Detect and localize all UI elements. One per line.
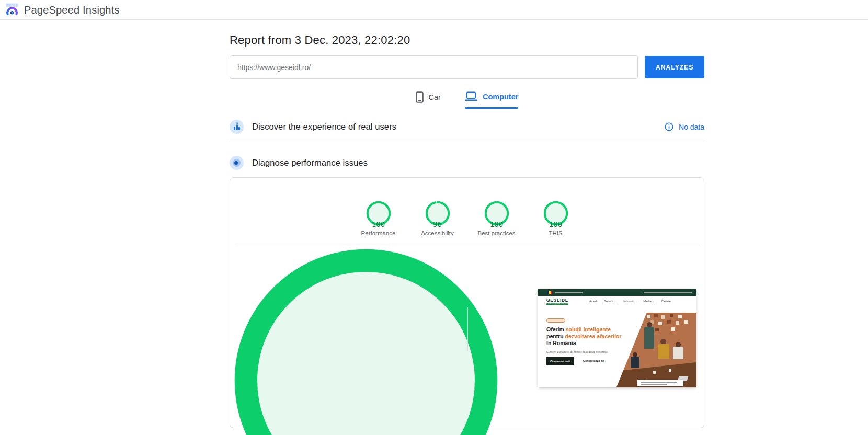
score-label: THIS	[549, 230, 562, 236]
laptop-icon	[465, 91, 477, 101]
url-input[interactable]	[230, 55, 638, 79]
diagnostics-title: Diagnose performance issues	[252, 158, 368, 168]
site-hero-badge	[546, 318, 565, 323]
site-hero-photo	[616, 313, 696, 387]
site-toplinks-placeholder	[644, 292, 692, 293]
score-label: Best practices	[477, 230, 515, 236]
site-subtext: Suntem o afacere de familie la a doua ge…	[546, 350, 609, 353]
site-phone-placeholder	[555, 292, 583, 293]
phone-icon	[416, 91, 424, 103]
report-heading: Report from 3 Dec. 2023, 22:02:20	[230, 33, 704, 47]
site-cta-button: Citește mai mult	[546, 357, 574, 365]
field-data-title: Discover the experience of real users	[252, 122, 396, 132]
score-summary: 100 Performance 96 Accessibility	[230, 200, 704, 227]
performance-section: 100 Performance Values are estimates and…	[230, 245, 502, 435]
romania-flag-icon	[547, 291, 552, 294]
score-label: Accessibility	[421, 230, 454, 236]
site-nav-item: Acasă	[589, 300, 597, 303]
site-cookie-bar	[637, 380, 683, 386]
accessibility-gauge: 96	[425, 220, 450, 228]
main-column: Report from 3 Dec. 2023, 22:02:20 ANALYZ…	[230, 33, 704, 428]
no-data-link[interactable]: No data	[679, 123, 704, 131]
app-title: PageSpeed Insights	[24, 0, 120, 20]
best-practices-gauge: 100	[484, 220, 509, 228]
tab-mobile[interactable]: Car	[416, 91, 441, 109]
device-tabs: Car Computer	[230, 91, 704, 109]
site-hero: Oferim soluții inteligente pentru dezvol…	[538, 307, 696, 387]
pagespeed-logo-icon	[5, 3, 19, 17]
site-nav-item: Media ⌄	[644, 300, 655, 303]
app-header: PageSpeed Insights	[0, 0, 868, 20]
diagnose-icon	[230, 156, 244, 170]
score-seo[interactable]: 100 THIS	[543, 200, 568, 227]
section-divider	[230, 142, 704, 142]
score-accessibility[interactable]: 96 Accessibility	[425, 200, 450, 227]
score-best-practices[interactable]: 100 Best practices	[484, 200, 509, 227]
diagnostics-row: Diagnose performance issues	[230, 156, 704, 170]
performance-gauge: 100	[366, 220, 391, 228]
pagespeed-insights-page: PageSpeed Insights Report from 3 Dec. 20…	[0, 0, 868, 435]
tab-desktop-label: Computer	[483, 93, 518, 101]
site-topbar	[538, 289, 696, 296]
site-nav-items: Acasă Servicii ⌄ Industrii ⌄ Media ⌄ Car…	[589, 300, 671, 303]
site-contact-link: Contactează-ne ›	[583, 359, 606, 362]
analyze-button[interactable]: ANALYZES	[645, 56, 704, 78]
info-icon	[665, 122, 673, 131]
tab-desktop[interactable]: Computer	[465, 91, 518, 109]
site-nav-item: Cariere	[661, 300, 671, 303]
site-headline: Oferim soluții inteligente pentru dezvol…	[546, 326, 622, 346]
site-logo: GESEIDL	[546, 297, 568, 303]
seo-gauge: 100	[543, 220, 568, 228]
url-bar: ANALYZES	[230, 55, 704, 79]
site-navbar: GESEIDL CONSULTING GROUP Acasă Servicii …	[538, 296, 696, 307]
real-users-icon	[230, 120, 244, 134]
site-screenshot-thumbnail[interactable]: GESEIDL CONSULTING GROUP Acasă Servicii …	[538, 289, 696, 387]
site-nav-item: Industrii ⌄	[623, 300, 636, 303]
site-logo-tagline: CONSULTING GROUP	[546, 303, 568, 305]
site-nav-item: Servicii ⌄	[604, 300, 616, 303]
lighthouse-report-card: 100 Performance 96 Accessibility	[230, 177, 704, 428]
tab-mobile-label: Car	[429, 93, 441, 101]
score-label: Performance	[361, 230, 396, 236]
score-performance[interactable]: 100 Performance	[366, 200, 391, 227]
field-data-row: Discover the experience of real users No…	[230, 120, 704, 134]
vertical-divider	[467, 307, 468, 351]
